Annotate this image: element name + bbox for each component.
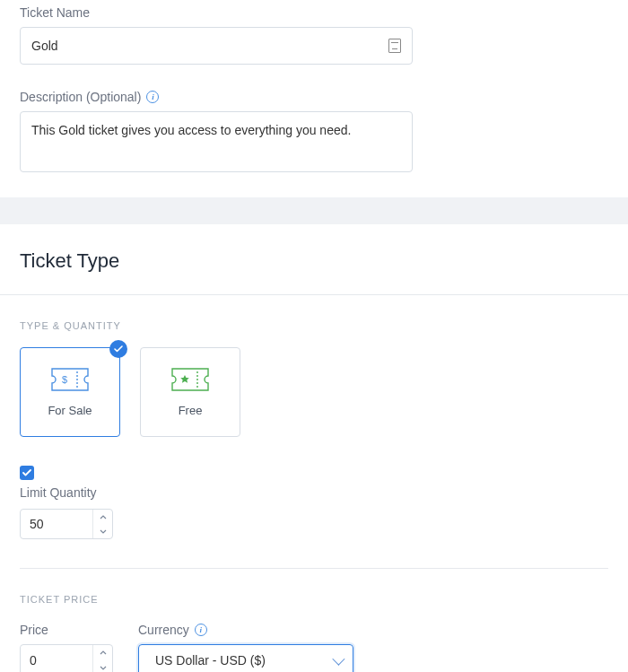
card-for-sale-label: For Sale [48, 404, 92, 417]
check-badge-icon [109, 340, 127, 358]
description-textarea[interactable]: This Gold ticket gives you access to eve… [20, 111, 413, 172]
info-icon[interactable]: i [195, 624, 207, 636]
currency-label-text: Currency [138, 623, 189, 637]
ticket-star-icon [171, 368, 209, 391]
section-divider-band [0, 197, 628, 224]
limit-quantity-stepper[interactable] [20, 509, 113, 539]
price-input[interactable] [21, 653, 83, 668]
info-icon[interactable]: i [146, 91, 159, 103]
ticket-price-subhead: Ticket Price [0, 569, 628, 623]
price-stepper[interactable] [20, 644, 113, 672]
stepper-up-icon[interactable] [93, 510, 112, 524]
card-for-sale[interactable]: $ For Sale [20, 347, 120, 437]
autofill-icon [388, 39, 401, 53]
currency-label: Currency i [138, 623, 353, 637]
stepper-up-icon[interactable] [93, 645, 112, 660]
ticket-dollar-icon: $ [51, 368, 89, 391]
currency-selected-text: US Dollar - USD ($) [155, 653, 266, 668]
stepper-down-icon[interactable] [93, 524, 112, 538]
card-free[interactable]: Free [140, 347, 240, 437]
limit-quantity-label: Limit Quantity [20, 485, 608, 500]
chevron-down-icon [332, 653, 345, 666]
card-free-label: Free [179, 404, 203, 417]
limit-quantity-checkbox[interactable] [20, 466, 34, 480]
type-quantity-subhead: Type & Quantity [0, 295, 628, 347]
currency-select[interactable]: US Dollar - USD ($) [138, 644, 353, 672]
description-label: Description (Optional) i [20, 90, 608, 104]
ticket-type-heading: Ticket Type [0, 224, 628, 294]
ticket-name-input[interactable] [31, 39, 381, 53]
svg-text:$: $ [62, 374, 67, 385]
description-label-text: Description (Optional) [20, 90, 141, 104]
ticket-name-label: Ticket Name [20, 5, 608, 20]
limit-quantity-input[interactable] [21, 517, 83, 531]
ticket-name-input-wrap[interactable] [20, 27, 413, 65]
stepper-down-icon[interactable] [93, 660, 112, 672]
price-label: Price [20, 623, 113, 637]
